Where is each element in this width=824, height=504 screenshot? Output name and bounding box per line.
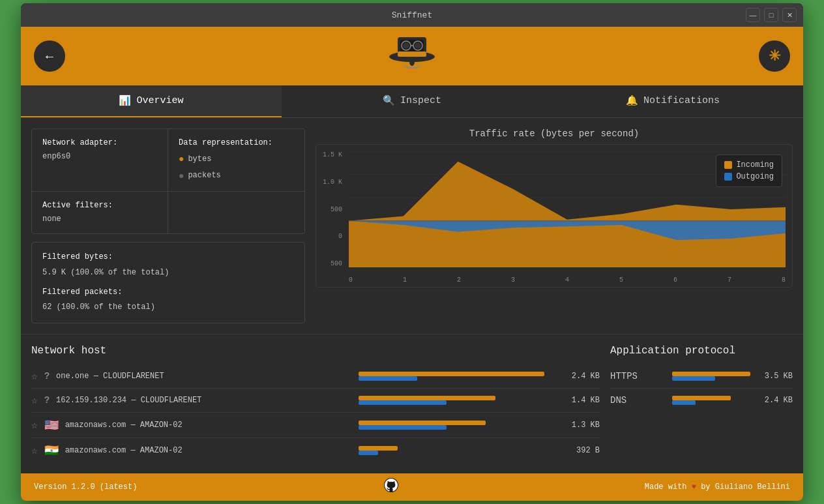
host-row: ☆ 🇮🇳 amazonaws.com — AMAZON-02 392 B xyxy=(31,438,600,463)
protocol-row: DNS 2.4 KB xyxy=(610,389,793,412)
adapter-cell: Network adapter: enp6s0 xyxy=(32,129,168,192)
github-icon[interactable] xyxy=(383,477,399,497)
chart-title: Traffic rate (bytes per second) xyxy=(316,128,793,139)
x-label-8: 8 xyxy=(782,276,786,284)
filters-value: none xyxy=(42,213,157,226)
heart-icon: ♥ xyxy=(692,482,696,492)
star-button[interactable]: ☆ xyxy=(31,394,38,407)
info-grid: Network adapter: enp6s0 Data representat… xyxy=(31,128,305,234)
host-bar-blue-1 xyxy=(359,400,447,405)
host-bar-orange-0 xyxy=(359,372,544,376)
protocol-bar-container-1 xyxy=(672,396,750,405)
maximize-button[interactable]: □ xyxy=(764,8,778,22)
app-window: Sniffnet — □ ✕ ← xyxy=(21,3,803,501)
filtered-bytes-value: 5.9 K (100.0% of the total) xyxy=(42,266,294,280)
y-label-4: 500 xyxy=(319,260,342,267)
host-row: ☆ 🇺🇸 amazonaws.com — AMAZON-02 1.3 KB xyxy=(31,413,600,438)
star-button[interactable]: ☆ xyxy=(31,444,38,457)
filtered-packets-label: Filtered packets: xyxy=(42,286,294,300)
data-rep-bytes: bytes xyxy=(188,153,211,166)
host-bar-orange-3 xyxy=(359,446,398,451)
svg-point-7 xyxy=(415,42,421,49)
host-bar-blue-2 xyxy=(359,425,447,430)
version-label: Version 1.2.0 (latest) xyxy=(34,482,137,492)
host-name-2: amazonaws.com — AMAZON-02 xyxy=(65,421,352,430)
x-label-4: 4 xyxy=(565,276,569,284)
chart-panel: Traffic rate (bytes per second) 1.5 K 1.… xyxy=(316,128,793,323)
back-icon: ← xyxy=(43,49,56,64)
github-svg xyxy=(383,477,399,493)
logo-icon xyxy=(386,32,438,81)
protocol-bar-blue-0 xyxy=(672,376,715,381)
settings-button[interactable]: ✳ xyxy=(759,40,790,72)
back-button[interactable]: ← xyxy=(34,40,65,72)
host-name-3: amazonaws.com — AMAZON-02 xyxy=(65,446,352,455)
star-button[interactable]: ☆ xyxy=(31,370,38,383)
svg-point-9 xyxy=(409,58,415,66)
bell-icon: 🔔 xyxy=(626,95,638,107)
x-label-7: 7 xyxy=(728,276,731,284)
protocol-bar-orange-1 xyxy=(672,396,731,400)
tab-inspect[interactable]: 🔍 Inspect xyxy=(282,85,542,117)
adapter-label: Network adapter: xyxy=(42,137,157,149)
host-bar-container-1 xyxy=(359,396,554,405)
adapter-value: enp6s0 xyxy=(42,151,157,163)
host-bar-orange-2 xyxy=(359,421,486,425)
host-flag-2: 🇺🇸 xyxy=(44,418,59,432)
host-size-1: 1.4 KB xyxy=(561,396,600,405)
app-footer: Version 1.2.0 (latest) Made with ♥ by Gi… xyxy=(21,473,803,501)
x-label-0: 0 xyxy=(349,276,353,284)
protocol-row: HTTPS 3.5 KB xyxy=(610,364,793,389)
x-label-5: 5 xyxy=(619,276,623,284)
legend-incoming-label: Incoming xyxy=(736,160,774,170)
tab-notifications[interactable]: 🔔 Notifications xyxy=(542,85,803,117)
title-bar: Sniffnet — □ ✕ xyxy=(21,3,803,27)
data-rep-label: Data representation: xyxy=(179,137,294,149)
host-size-3: 392 B xyxy=(561,446,600,455)
svg-rect-2 xyxy=(398,52,426,57)
filtered-packets-value: 62 (100.0% of the total) xyxy=(42,301,294,315)
x-axis-labels: 0 1 2 3 4 5 6 7 8 xyxy=(349,276,786,284)
chart-container: 1.5 K 1.0 K 500 0 500 xyxy=(316,144,793,288)
empty-cell xyxy=(168,192,304,233)
host-bar-container-2 xyxy=(359,421,554,430)
host-bar-blue-3 xyxy=(359,451,378,455)
star-button[interactable]: ☆ xyxy=(31,419,38,432)
host-flag-0: ? xyxy=(44,371,50,381)
host-size-2: 1.3 KB xyxy=(561,421,600,430)
tab-overview-label: Overview xyxy=(136,95,183,106)
legend-outgoing-color xyxy=(724,173,732,181)
minimize-button[interactable]: — xyxy=(746,8,760,22)
host-flag-3: 🇮🇳 xyxy=(44,443,59,458)
filters-cell: Active filters: none xyxy=(32,192,168,233)
radio-packets-icon: ● xyxy=(179,169,184,183)
protocol-bar-container-0 xyxy=(672,372,750,381)
tab-overview[interactable]: 📊 Overview xyxy=(21,85,282,117)
overview-icon: 📊 xyxy=(119,95,131,107)
protocol-bar-blue-1 xyxy=(672,400,696,405)
protocol-size-1: 2.4 KB xyxy=(757,396,793,405)
info-bottom: Filtered bytes: 5.9 K (100.0% of the tot… xyxy=(31,242,305,323)
data-rep-packets: packets xyxy=(188,170,220,182)
x-label-6: 6 xyxy=(673,276,677,284)
legend-incoming-color xyxy=(724,161,732,169)
y-axis-labels: 1.5 K 1.0 K 500 0 500 xyxy=(316,151,346,267)
y-label-1: 1.0 K xyxy=(319,179,342,186)
radio-bytes-icon: ● xyxy=(179,152,184,166)
host-row: ☆ ? 162.159.130.234 — CLOUDFLARENET 1.4 … xyxy=(31,389,600,413)
host-size-0: 2.4 KB xyxy=(561,372,600,381)
bottom-section: Network host ☆ ? one.one — CLOUDFLARENET… xyxy=(21,334,803,473)
host-name-1: 162.159.130.234 — CLOUDFLARENET xyxy=(56,396,352,405)
asterisk-icon: ✳ xyxy=(769,48,780,65)
protocol-name-1: DNS xyxy=(610,395,666,406)
host-bar-orange-1 xyxy=(359,396,495,400)
close-button[interactable]: ✕ xyxy=(782,8,797,22)
chart-legend: Incoming Outgoing xyxy=(716,155,782,187)
data-rep-cell: Data representation: ● bytes ● packets xyxy=(168,129,304,192)
inspect-icon: 🔍 xyxy=(383,95,395,107)
tab-notifications-label: Notifications xyxy=(643,95,720,106)
filters-label: Active filters: xyxy=(42,200,157,212)
host-row: ☆ ? one.one — CLOUDFLARENET 2.4 KB xyxy=(31,364,600,389)
y-label-0: 1.5 K xyxy=(319,151,342,158)
network-host-title: Network host xyxy=(31,345,600,357)
